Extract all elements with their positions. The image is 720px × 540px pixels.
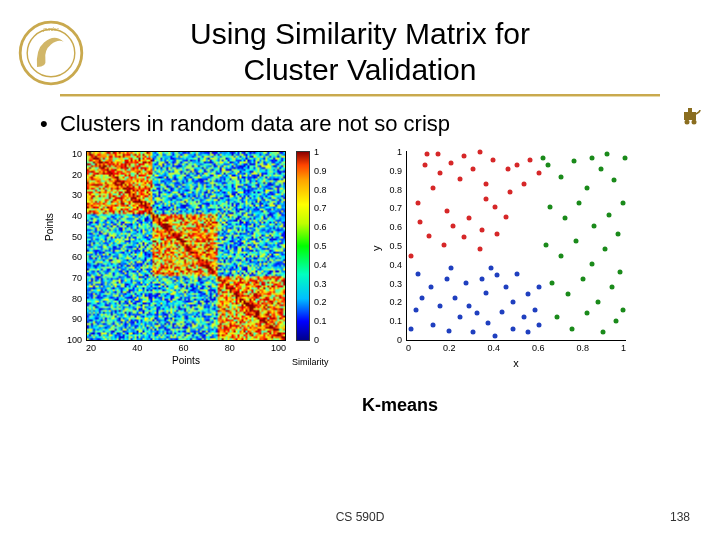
scatter-point: [548, 205, 553, 210]
scatter-point: [451, 224, 456, 229]
scatter-point: [413, 307, 418, 312]
scatter-point: [464, 281, 469, 286]
similarity-heatmap-chart: 102030405060708090100 Points 10.90.80.70…: [50, 151, 350, 366]
scatter-point: [418, 220, 423, 225]
scatter-point: [435, 151, 440, 156]
scatter-point: [453, 296, 458, 301]
title-line-1: Using Similarity Matrix for: [190, 17, 530, 50]
scatter-y-label: y: [370, 246, 382, 252]
scatter-point: [471, 330, 476, 335]
scatter-point: [477, 246, 482, 251]
scatter-point: [592, 224, 597, 229]
scatter-point: [471, 167, 476, 172]
scatter-point: [521, 182, 526, 187]
scatter-y-ticks: 00.10.20.30.40.50.60.70.80.91: [384, 147, 402, 345]
scatter-point: [462, 153, 467, 158]
scatter-point: [449, 161, 454, 166]
bullet-item: • Clusters in random data are not so cri…: [40, 111, 680, 137]
heatmap-x-label: Points: [86, 355, 286, 366]
scatter-point: [565, 292, 570, 297]
svg-rect-3: [684, 112, 696, 120]
purdue-seal-logo: purdue: [16, 18, 86, 88]
scatter-point: [449, 265, 454, 270]
slide: purdue Using Similarity Matrix for Clust…: [0, 0, 720, 540]
scatter-point: [484, 182, 489, 187]
scatter-point: [585, 186, 590, 191]
scatter-point: [572, 159, 577, 164]
scatter-point: [490, 157, 495, 162]
scatter-point: [607, 212, 612, 217]
scatter-point: [545, 163, 550, 168]
scatter-point: [515, 163, 520, 168]
scatter-point: [493, 205, 498, 210]
heatmap-y-ticks: 102030405060708090100: [64, 149, 82, 345]
scatter-point: [486, 320, 491, 325]
scatter-point: [521, 315, 526, 320]
svg-point-6: [692, 120, 697, 125]
colorbar: [296, 151, 310, 341]
scatter-point: [541, 155, 546, 160]
scatter-point: [484, 197, 489, 202]
scatter-point: [603, 246, 608, 251]
scatter-point: [589, 262, 594, 267]
scatter-point: [559, 254, 564, 259]
scatter-point: [620, 307, 625, 312]
scatter-point: [444, 208, 449, 213]
heatmap-x-ticks: 20406080100: [86, 343, 286, 353]
scatter-point: [479, 277, 484, 282]
scatter-point: [622, 155, 627, 160]
scatter-point: [422, 163, 427, 168]
scatter-point: [611, 178, 616, 183]
scatter-point: [585, 311, 590, 316]
svg-point-5: [685, 120, 690, 125]
scatter-point: [479, 227, 484, 232]
scatter-point: [477, 149, 482, 154]
scatter-point: [442, 243, 447, 248]
charts-row: 102030405060708090100 Points 10.90.80.70…: [50, 151, 690, 369]
scatter-point: [409, 326, 414, 331]
scatter-point: [609, 284, 614, 289]
scatter-point: [537, 284, 542, 289]
scatter-point: [495, 231, 500, 236]
scatter-point: [466, 216, 471, 221]
colorbar-ticks: 10.90.80.70.60.50.40.30.20.10: [314, 147, 327, 345]
colorbar-label: Similarity: [292, 357, 329, 367]
scatter-point: [424, 151, 429, 156]
scatter-x-ticks: 00.20.40.60.81: [406, 343, 626, 353]
scatter-point: [504, 214, 509, 219]
scatter-point: [510, 326, 515, 331]
footer-course: CS 590D: [0, 510, 720, 524]
heatmap-y-label: Points: [44, 213, 55, 241]
scatter-point: [537, 170, 542, 175]
scatter-point: [574, 239, 579, 244]
scatter-point: [550, 281, 555, 286]
scatter-point: [488, 265, 493, 270]
scatter-point: [495, 273, 500, 278]
scatter-chart: 00.10.20.30.40.50.60.70.80.91 y 00.20.40…: [378, 151, 638, 369]
scatter-point: [457, 315, 462, 320]
scatter-point: [600, 330, 605, 335]
title-rule: [60, 94, 660, 97]
scatter-point: [429, 284, 434, 289]
scatter-point: [614, 319, 619, 324]
scatter-point: [457, 176, 462, 181]
scatter-point: [493, 334, 498, 339]
scatter-point: [416, 201, 421, 206]
scatter-x-label: x: [406, 357, 626, 369]
svg-point-1: [27, 29, 75, 77]
scatter-point: [526, 330, 531, 335]
bullet-text: Clusters in random data are not so crisp: [60, 111, 450, 136]
scatter-point: [589, 155, 594, 160]
scatter-point: [420, 296, 425, 301]
scatter-point: [431, 322, 436, 327]
scatter-point: [416, 271, 421, 276]
scatter-point: [543, 243, 548, 248]
scatter-point: [581, 277, 586, 282]
scatter-point: [510, 300, 515, 305]
slide-title: Using Similarity Matrix for Cluster Vali…: [30, 16, 690, 88]
scatter-point: [563, 216, 568, 221]
scatter-point: [596, 300, 601, 305]
scatter-point: [528, 157, 533, 162]
scatter-point: [431, 186, 436, 191]
svg-text:purdue: purdue: [42, 26, 59, 32]
